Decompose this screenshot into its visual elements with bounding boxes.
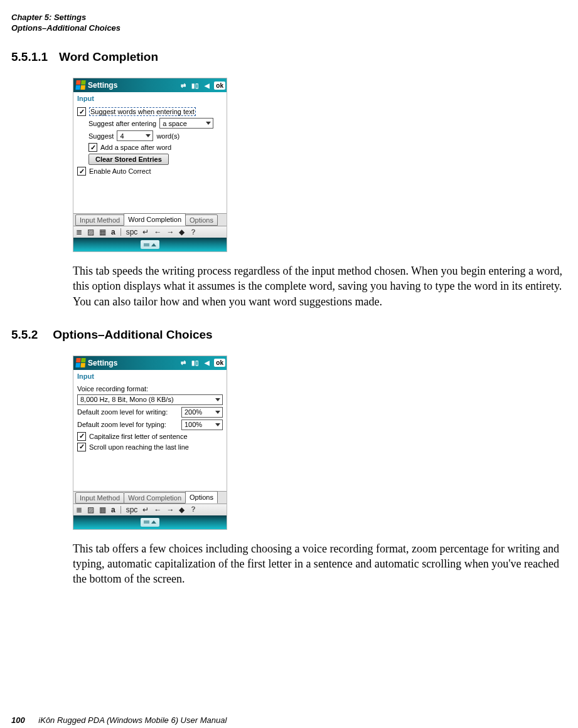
typing-zoom-select[interactable]: 100% [181,419,223,430]
panel-content-2: Voice recording format: 8,000 Hz, 8 Bit,… [73,381,227,491]
signal-icon-2[interactable]: ▮▯ [191,359,199,367]
sip-letter-key[interactable]: a [111,228,115,236]
sip-keyboard-icon-2[interactable]: ▦ [99,505,106,514]
heading-number-2: 5.5.2 [11,328,38,341]
page-footer: 100 iKôn Rugged PDA (Windows Mobile 6) U… [11,715,227,725]
suggest-words-label: Suggest words when entering text [89,107,196,116]
sip-separator-2 [120,506,121,514]
heading-number: 5.5.1.1 [11,50,48,63]
heading-options-additional: 5.5.2Options–Additional Choices [11,328,567,342]
tab-options-2[interactable]: Options [185,491,218,504]
sip-enter-key-2[interactable]: ↵ [142,505,149,514]
suggest-count-select[interactable]: 4 [117,130,153,141]
sip-left-key-2[interactable]: ← [154,505,161,514]
sip-strike-icon-2[interactable]: ▨ [87,505,94,514]
section-2-body: This tab offers a few choices including … [73,541,567,587]
clear-stored-entries-button[interactable]: Clear Stored Entries [88,154,169,165]
tab-options[interactable]: Options [185,214,218,226]
tab-input-method-2[interactable]: Input Method [75,492,124,504]
sip-separator [120,228,121,236]
panel-content: Suggest words when entering text Suggest… [73,103,227,213]
scroll-label: Scroll upon reaching the last line [89,443,189,451]
heading-word-completion: 5.5.1.1Word Completion [11,50,567,64]
sip-back-key-2[interactable]: ◆ [179,505,185,514]
suggest-after-label: Suggest after entering [88,120,156,127]
sip-space-key[interactable]: spc [126,228,138,236]
voice-format-select[interactable]: 8,000 Hz, 8 Bit, Mono (8 KB/s) [77,394,223,405]
heading-title-2: Options–Additional Choices [53,328,212,341]
wm-appbar-2 [73,515,227,529]
sip-bar: ≣ ▨ ▦ a spc ↵ ← → ◆ ？ [73,226,227,238]
capitalize-label: Capitalize first letter of sentence [89,433,188,440]
start-icon[interactable] [75,80,86,90]
suggest-words-checkbox[interactable] [77,107,86,116]
auto-correct-label: Enable Auto Correct [89,167,151,175]
sip-list-icon[interactable]: ≣ [76,228,82,236]
wm-title: Settings [88,81,175,90]
scroll-checkbox[interactable] [77,443,86,451]
tab-input-method[interactable]: Input Method [75,214,124,226]
tab-word-completion-2[interactable]: Word Completion [124,492,186,504]
auto-correct-checkbox[interactable] [77,167,86,176]
sip-right-key-2[interactable]: → [166,505,174,514]
volume-icon[interactable]: ◀ [203,82,211,90]
tab-word-completion[interactable]: Word Completion [124,213,186,226]
suggest-count-label: Suggest [88,132,114,140]
voice-format-label: Voice recording format: [77,385,148,393]
screenshot-options: Settings ⇄ ▮▯ ◀ ok Input Voice recording… [73,356,227,530]
typing-zoom-label: Default zoom level for typing: [77,421,166,428]
sip-help-icon-2[interactable]: ？ [190,504,197,515]
wm-titlebar-2: Settings ⇄ ▮▯ ◀ ok [73,356,227,370]
sip-letter-key-2[interactable]: a [111,505,115,514]
sip-back-key[interactable]: ◆ [179,228,185,236]
wm-titlebar: Settings ⇄ ▮▯ ◀ ok [73,78,227,92]
words-suffix-label: word(s) [156,132,179,140]
running-head-chapter: Chapter 5: Settings [11,13,567,22]
ok-button[interactable]: ok [214,82,225,90]
page-number: 100 [11,715,25,725]
connectivity-icon[interactable]: ⇄ [179,82,187,90]
add-space-checkbox[interactable] [88,143,97,152]
wm-appbar [73,238,227,251]
writing-zoom-select[interactable]: 200% [181,407,223,418]
sip-keyboard-icon[interactable]: ▦ [99,228,106,236]
running-head-section: Options–Additional Choices [11,23,567,33]
add-space-label: Add a space after word [100,144,171,151]
sip-space-key-2[interactable]: spc [126,505,138,514]
sip-bar-2: ≣ ▨ ▦ a spc ↵ ← → ◆ ？ [73,504,227,515]
sip-toggle-button-2[interactable] [141,518,159,527]
tab-bar-2: Input Method Word Completion Options [73,491,227,504]
sip-enter-key[interactable]: ↵ [142,228,149,236]
writing-zoom-label: Default zoom level for writing: [77,408,168,416]
sip-left-key[interactable]: ← [154,228,161,236]
signal-icon[interactable]: ▮▯ [191,82,199,90]
manual-title: iKôn Rugged PDA (Windows Mobile 6) User … [38,715,227,725]
capitalize-checkbox[interactable] [77,432,86,441]
screenshot-word-completion: Settings ⇄ ▮▯ ◀ ok Input Suggest words w… [73,78,227,252]
wm-title-2: Settings [88,359,175,367]
heading-title: Word Completion [59,50,158,63]
ok-button-2[interactable]: ok [214,359,225,367]
panel-title-2: Input [73,370,227,381]
tab-bar: Input Method Word Completion Options [73,213,227,226]
volume-icon-2[interactable]: ◀ [203,359,211,367]
sip-strike-icon[interactable]: ▨ [87,228,94,236]
sip-list-icon-2[interactable]: ≣ [76,505,82,514]
section-1-body: This tab speeds the writing process rega… [73,263,567,309]
suggest-after-select[interactable]: a space [159,118,213,129]
sip-help-icon[interactable]: ？ [190,227,197,238]
sip-right-key[interactable]: → [166,228,174,236]
start-icon-2[interactable] [75,358,86,368]
panel-title: Input [73,92,227,103]
sip-toggle-button[interactable] [141,240,159,249]
connectivity-icon-2[interactable]: ⇄ [179,359,187,367]
